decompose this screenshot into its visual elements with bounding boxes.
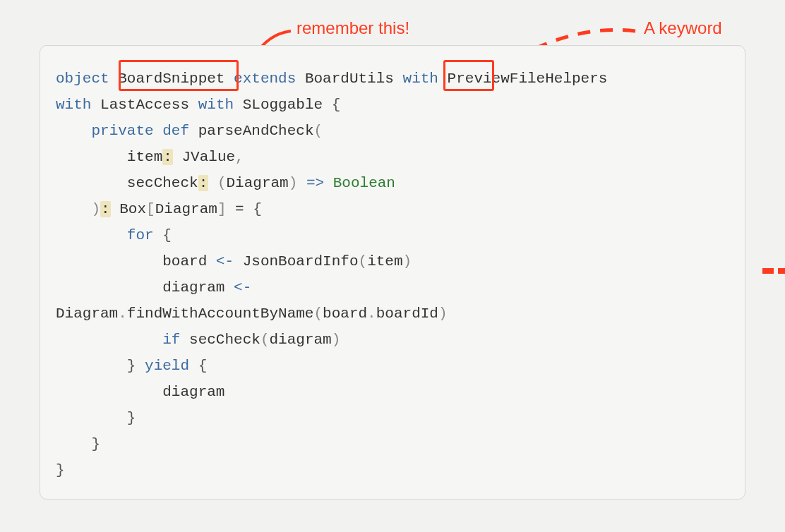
paren-close-3: ) [403, 253, 412, 270]
keyword-if: if [162, 332, 180, 348]
paren-open-3: ( [359, 253, 368, 270]
type-boolean: Boolean [333, 175, 395, 191]
paren-close-2: ) [289, 175, 298, 191]
paren-close-1: ) [91, 201, 100, 217]
keyword-extends: extends [234, 71, 296, 87]
brace-close-4: } [127, 410, 136, 426]
obj-diagram: Diagram [56, 306, 118, 322]
colon-3: : [100, 201, 111, 217]
type-jvalue: JValue [181, 149, 235, 165]
prop-boardid: boardId [376, 306, 438, 322]
param-item: item [127, 149, 162, 165]
brace-open-2: { [253, 201, 262, 217]
identifier-previewfilehelpers: PreviewFileHelpers [448, 71, 608, 87]
dot-2: . [367, 306, 376, 322]
type-box: Box [119, 201, 146, 217]
keyword-with-3: with [198, 97, 234, 113]
type-diagram-1: Diagram [226, 175, 288, 191]
method-parseandcheck: parseAndCheck [198, 123, 314, 139]
call-seccheck: secCheck [189, 332, 260, 348]
annotation-remember: remember this! [296, 18, 409, 38]
colon-2: : [198, 175, 209, 191]
paren-close-4: ) [438, 306, 448, 322]
var-diagram: diagram [162, 279, 224, 296]
keyword-private: private [91, 123, 153, 139]
keyword-yield: yield [145, 358, 189, 374]
call-jsonboardinfo: JsonBoardInfo [243, 253, 359, 270]
param-seccheck: secCheck [127, 175, 198, 191]
left-arrow-2: <- [234, 279, 251, 296]
left-arrow-1: <- [216, 253, 234, 270]
brace-close-2: } [91, 436, 100, 452]
ret-diagram: diagram [162, 384, 224, 400]
var-board: board [162, 253, 207, 270]
identifier-boardutils: BoardUtils [305, 71, 394, 87]
bracket-close: ] [217, 201, 227, 217]
keyword-object: object [56, 71, 109, 87]
identifier-boardsnippet: BoardSnippet [118, 71, 224, 87]
type-diagram-2: Diagram [155, 201, 217, 217]
annotation-arrow-offscreen [758, 261, 785, 282]
arg-diagram: diagram [270, 332, 332, 348]
dot-1: . [118, 306, 127, 322]
annotation-keyword: A keyword [644, 18, 722, 38]
arg-item: item [367, 253, 402, 270]
identifier-sloggable: SLoggable [243, 97, 323, 113]
paren-open-2: ( [217, 175, 227, 191]
paren-close-5: ) [332, 332, 341, 348]
keyword-with-1: with [403, 71, 438, 87]
keyword-for: for [127, 227, 154, 243]
keyword-with-2: with [56, 97, 91, 113]
bracket-open: [ [146, 201, 155, 217]
colon-1: : [162, 149, 173, 165]
brace-close-1: } [56, 462, 65, 478]
brace-open-4: { [198, 358, 208, 374]
paren-open-4: ( [313, 306, 323, 322]
code-block: object BoardSnippet extends BoardUtils w… [40, 45, 745, 500]
paren-open-5: ( [260, 332, 270, 348]
method-findwithaccountbyname: findWithAccountByName [127, 306, 314, 322]
equals: = [235, 201, 244, 217]
brace-open-1: { [332, 97, 341, 113]
identifier-lastaccess: LastAccess [100, 97, 189, 113]
paren-open-1: ( [314, 123, 323, 139]
brace-open-3: { [162, 227, 172, 243]
arg-board: board [323, 306, 367, 322]
brace-close-3: } [127, 358, 136, 374]
comma-1: , [235, 149, 244, 165]
arrow-type: => [306, 175, 324, 191]
keyword-def: def [162, 123, 189, 139]
